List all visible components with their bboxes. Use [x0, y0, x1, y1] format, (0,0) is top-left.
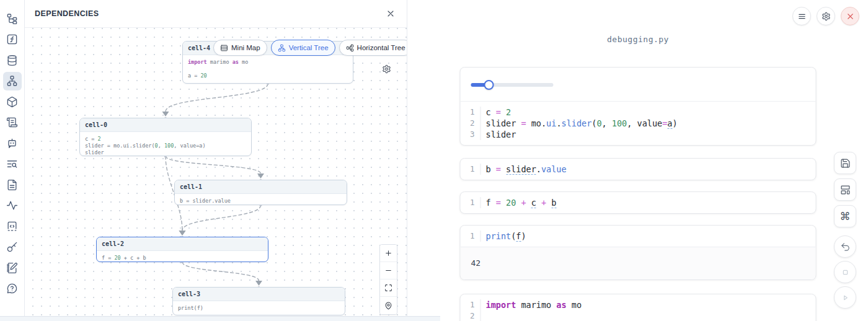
- code-token: mo: [239, 59, 248, 65]
- sidebar-item-secrets[interactable]: [3, 238, 22, 257]
- code-token: as: [232, 59, 239, 65]
- code-token: [536, 198, 541, 208]
- code-editor[interactable]: 1print(f): [461, 226, 816, 247]
- code-editor[interactable]: 1b = slider.value: [461, 159, 816, 180]
- graph-node-cell-1[interactable]: cell-1b = slider.value: [174, 180, 347, 205]
- code-token: as: [556, 300, 566, 310]
- notebook-pen-icon: [6, 262, 18, 274]
- line-numbers: 1: [461, 231, 481, 242]
- code-token: b: [486, 164, 491, 174]
- notebook-cell[interactable]: 123c = 2slider = mo.ui.slider(0, 100, va…: [460, 67, 817, 146]
- app-root: DEPENDENCIES Mini MapVertical TreeHorizo…: [0, 0, 868, 321]
- notebook-area: debugging.py 123c = 2slider = mo.ui.slid…: [408, 0, 868, 321]
- node-title: cell-0: [80, 118, 251, 132]
- line-numbers: 123: [461, 107, 481, 140]
- plus-icon: [384, 249, 392, 257]
- code-token: a =: [188, 73, 200, 79]
- dependencies-header: DEPENDENCIES: [25, 0, 407, 28]
- cell-output: 42: [461, 247, 816, 279]
- run-button[interactable]: [834, 286, 856, 309]
- notebook-cell[interactable]: 1print(f)42: [460, 225, 817, 280]
- save-button[interactable]: [834, 152, 856, 174]
- dependencies-panel: DEPENDENCIES Mini MapVertical TreeHorizo…: [25, 0, 407, 316]
- code-lines: import marimo as mo: [481, 299, 582, 321]
- code-token: 20: [114, 255, 120, 261]
- code-editor[interactable]: 123c = 2slider = mo.ui.slider(0, 100, va…: [461, 102, 816, 145]
- activity-icon: [6, 200, 18, 211]
- locate-button[interactable]: [380, 297, 397, 314]
- panel-close-button[interactable]: [384, 8, 397, 20]
- close-icon: [386, 9, 396, 19]
- code-token: 0: [596, 118, 601, 128]
- code-editor[interactable]: 1f = 20 + c + b: [461, 192, 816, 213]
- graph-settings-button[interactable]: [382, 63, 394, 75]
- sidebar-item-help[interactable]: [3, 279, 22, 298]
- code-token: mo: [531, 118, 541, 128]
- horizontal-tree-icon: [346, 44, 354, 52]
- code-token: [516, 118, 521, 128]
- code-token: 20: [506, 198, 516, 208]
- stop-icon: [840, 267, 851, 278]
- stop-button[interactable]: [834, 261, 856, 283]
- graph-node-cell-3[interactable]: cell-3print(f): [172, 287, 345, 315]
- sidebar-item-logs[interactable]: [3, 113, 22, 132]
- sidebar-item-chat[interactable]: [3, 134, 22, 152]
- code-token: marimo: [207, 59, 232, 65]
- slider-track[interactable]: [471, 83, 554, 87]
- code-token: value: [541, 164, 567, 174]
- cell-output-slider: [461, 68, 816, 102]
- code-lines: b = slider.value: [481, 164, 567, 175]
- undo-button[interactable]: [834, 235, 856, 258]
- view-button-label: Horizontal Tree: [357, 44, 405, 51]
- code-lines: c = 2slider = mo.ui.slider(0, 100, value…: [481, 107, 678, 140]
- graph-zoom-controls: [379, 244, 397, 315]
- command-palette-button[interactable]: ⌘: [834, 205, 856, 227]
- code-token: marimo: [521, 300, 551, 310]
- node-code: print(f): [173, 301, 345, 315]
- save-icon: [840, 158, 851, 169]
- code-token: slider: [562, 118, 592, 128]
- node-title: cell-3: [173, 288, 345, 301]
- sidebar-item-scratchpad[interactable]: [3, 258, 22, 277]
- horizontal-tree-button[interactable]: Horizontal Tree: [339, 40, 407, 56]
- code-token: 100: [612, 118, 627, 128]
- menu-button[interactable]: [792, 7, 811, 25]
- fit-view-button[interactable]: [380, 279, 397, 297]
- sidebar-item-variables[interactable]: [3, 30, 22, 49]
- sidebar-item-dependencies[interactable]: [3, 72, 22, 90]
- notebook-cell[interactable]: 1f = 20 + c + b: [460, 191, 817, 214]
- notebook-side-actions: ⌘: [834, 152, 856, 312]
- sidebar-item-tracebacks[interactable]: [3, 155, 22, 174]
- mini-map-button[interactable]: Mini Map: [213, 40, 267, 56]
- graph-node-cell-2[interactable]: cell-2f = 20 + c + b: [96, 237, 268, 262]
- settings-button[interactable]: [817, 7, 835, 25]
- map-pin-icon: [384, 302, 392, 310]
- code-token: (: [511, 231, 516, 241]
- zoom-in-button[interactable]: [380, 245, 397, 262]
- gear-icon: [822, 12, 831, 21]
- sidebar-item-documentation[interactable]: [3, 175, 22, 194]
- sidebar-item-outline[interactable]: [3, 196, 22, 215]
- sidebar-item-data-sources[interactable]: [3, 51, 22, 69]
- notebook-cell[interactable]: 1b = slider.value: [460, 158, 817, 180]
- code-editor[interactable]: 12import marimo as mo: [461, 294, 816, 321]
- notebook-cell[interactable]: 12import marimo as mo: [460, 294, 817, 321]
- graph-node-cell-0[interactable]: cell-0c = 2slider = mo.ui.slider(0, 100,…: [79, 118, 252, 156]
- slider-thumb[interactable]: [484, 80, 494, 90]
- sidebar-item-file-explorer[interactable]: [3, 9, 22, 28]
- vertical-tree-button[interactable]: Vertical Tree: [271, 40, 335, 56]
- close-button[interactable]: [841, 7, 859, 25]
- node-title: cell-1: [175, 180, 347, 194]
- sidebar-item-snippets[interactable]: [3, 217, 22, 235]
- panel-title: DEPENDENCIES: [35, 9, 99, 18]
- zoom-out-button[interactable]: [380, 262, 397, 279]
- code-token: slider: [506, 164, 536, 175]
- code-token: a: [667, 118, 672, 129]
- code-token: [501, 164, 506, 174]
- code-token: slider: [85, 149, 104, 156]
- function-square-icon: [6, 33, 18, 45]
- code-token: ,: [627, 118, 637, 128]
- dependency-graph-canvas[interactable]: Mini MapVertical TreeHorizontal Tree cel…: [25, 28, 407, 316]
- sidebar-item-packages[interactable]: [3, 92, 22, 111]
- layout-button[interactable]: [834, 178, 856, 201]
